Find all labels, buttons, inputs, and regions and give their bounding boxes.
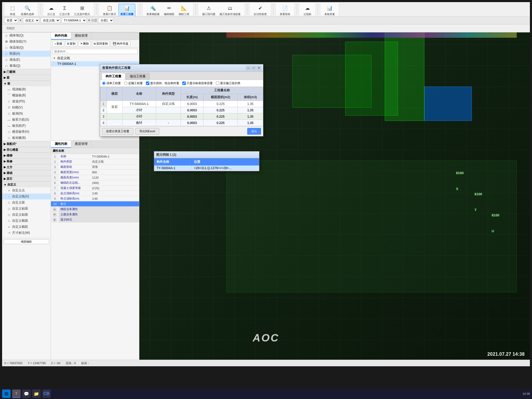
nav-section-finish[interactable]: ▶ 装修 bbox=[2, 158, 51, 164]
nav-item-col-cap[interactable]: ▽ 柱帽(V) bbox=[2, 104, 51, 111]
btn-cloud-index[interactable]: ☁ 云指标 bbox=[301, 4, 313, 17]
nav-item-custom-line[interactable]: / 自定义线(X) bbox=[2, 193, 51, 200]
prop-row-3-value[interactable]: 异形 bbox=[91, 164, 139, 170]
prop-group-civil[interactable]: ⊕ 土建业务属性 bbox=[51, 212, 139, 217]
prop-group-display[interactable]: ⊕ 显示样式 bbox=[51, 217, 139, 222]
tab-component-list[interactable]: 构件列表 bbox=[51, 32, 71, 40]
nav-item-masonry-rebar[interactable]: ⊞ 砌体加筋(Y) bbox=[2, 39, 51, 45]
btn-table-calc[interactable]: 📊 表格算量 bbox=[322, 4, 337, 17]
taskbar-app-gtj[interactable]: T bbox=[12, 390, 21, 398]
dialog-close-btn[interactable]: ✕ bbox=[257, 66, 261, 70]
checkbox-standard-layer[interactable]: 只显示标准层单层量 bbox=[182, 81, 213, 85]
checkbox-show-rooms[interactable]: 显示房间、组合构件量 bbox=[146, 81, 179, 85]
btn-floor-copy[interactable]: ⧉ 层间复制 bbox=[92, 41, 110, 46]
prop-row-2-value[interactable]: 自定义线 bbox=[91, 159, 139, 164]
taskbar-app-explorer[interactable]: 📁 bbox=[32, 390, 41, 398]
custom-dropdown[interactable]: 自定义 bbox=[23, 18, 40, 23]
rebar-group-expand[interactable]: ◎ bbox=[53, 208, 56, 211]
btn-view-formula[interactable]: 📋 查看计算式 bbox=[101, 4, 118, 17]
nav-item-wall-pier[interactable]: □ 墙垛(E) bbox=[2, 57, 51, 63]
nav-section-earthwork[interactable]: ▶ 土方 bbox=[2, 164, 51, 170]
checkbox-show-rooms-input[interactable] bbox=[146, 82, 149, 85]
nav-item-slab-neg-rebar[interactable]: — 板负筋(F) bbox=[2, 123, 51, 129]
radio-quota-qty-input[interactable] bbox=[124, 82, 127, 85]
btn-view-rebar[interactable]: 🔩 查看钢筋量 bbox=[145, 4, 162, 17]
nav-item-floor-strip[interactable]: □ 楼层板带(H) bbox=[2, 129, 51, 135]
btn-copy-component[interactable]: ⧉ 复制 bbox=[65, 41, 77, 46]
nav-section-beams[interactable]: ▶ 梁 bbox=[2, 75, 51, 80]
nav-item-hidden-beam[interactable]: □ 暗梁(A) bbox=[2, 51, 51, 57]
prop-row-8-value[interactable]: 3.85 bbox=[91, 191, 139, 196]
btn-confirm[interactable]: 适出 bbox=[247, 128, 261, 135]
nav-item-curtain-wall[interactable]: □ 幕墙(Q) bbox=[2, 63, 51, 69]
tab-layer-manage[interactable]: 图层管理 bbox=[71, 141, 92, 148]
display-group-expand[interactable]: ⊕ bbox=[53, 218, 56, 221]
btn-new-component[interactable]: + 新建 bbox=[53, 41, 64, 46]
btn-rebar-3d[interactable]: 📐 钢筋三维 bbox=[177, 4, 191, 17]
nav-section-prefab[interactable]: ▶ 装配式* bbox=[2, 141, 51, 147]
cross-section-edit-btn[interactable]: 截面编辑 bbox=[4, 239, 49, 244]
checkbox-segment-classify-input[interactable] bbox=[216, 82, 219, 85]
prop-row-6-value[interactable]: (400) bbox=[91, 180, 139, 186]
nav-item-slab-rebar-s[interactable]: — 板受力筋(S) bbox=[2, 117, 51, 123]
btn-set-category[interactable]: 设置分类及工程量 bbox=[102, 128, 133, 135]
tab-drawing-management[interactable]: 图纸管理 bbox=[71, 32, 92, 40]
nav-section-doors[interactable]: ▶ 门窗洞 bbox=[2, 69, 51, 75]
nav-item-custom-cross-section[interactable]: □ 自定义截面 bbox=[2, 218, 51, 224]
btn-segment-region[interactable]: 🗂 施工段多区域提量 bbox=[218, 4, 243, 17]
prop-group-rebar[interactable]: ◎ 钢筋业务属性 bbox=[51, 207, 139, 212]
btn-cloud-sum[interactable]: ☁ 云汇总 bbox=[45, 4, 57, 17]
btn-view-quantity[interactable]: 📊 查看工程量 bbox=[118, 4, 135, 17]
prop-row-10-value[interactable] bbox=[91, 201, 139, 207]
nav-item-masonry-wall[interactable]: □ 砌体墙(Q) bbox=[2, 32, 51, 39]
dialog-maximize-btn[interactable]: □ bbox=[251, 66, 256, 70]
nav-item-cast-slab[interactable]: — 现浇板(B) bbox=[2, 86, 51, 92]
nav-item-custom-point[interactable]: + 自定义点 bbox=[2, 187, 51, 193]
nav-item-dim-annotation[interactable]: ⊣ 尺寸标注(W) bbox=[2, 230, 51, 236]
custom-line-dropdown[interactable]: 自定义线 bbox=[41, 18, 60, 23]
checkbox-segment-classify[interactable]: 显示施工段归类 bbox=[216, 81, 240, 85]
btn-delete-component[interactable]: ✕ 删除 bbox=[78, 41, 91, 46]
prop-row-7-value[interactable]: (C25) bbox=[91, 186, 139, 191]
taskbar-app-notepad[interactable]: CB bbox=[42, 390, 51, 398]
tab-props-list[interactable]: 属性列表 bbox=[51, 141, 71, 148]
legend-row-1[interactable]: TY-S6004A-1 <28+311,Q-1379>×<28+... bbox=[154, 165, 259, 171]
btn-sum-selected[interactable]: ⊞ 汇总选中图元 bbox=[72, 4, 92, 17]
radio-quota-qty[interactable]: 定额工程量 bbox=[124, 81, 143, 85]
nav-item-spiral-slab[interactable]: ⌒ 螺旋板(B) bbox=[2, 92, 51, 98]
nav-section-hollow[interactable]: ▶ 空心楼盖 bbox=[2, 147, 51, 153]
nav-item-slab-haunch[interactable]: □ 板加腋(B) bbox=[2, 135, 51, 141]
layer-dropdown[interactable]: 分层1 bbox=[98, 18, 114, 23]
nav-section-foundation[interactable]: ▶ 基础 bbox=[2, 170, 51, 176]
nav-section-stairs[interactable]: ▶ 楼梯 bbox=[2, 153, 51, 158]
radio-bill-qty-input[interactable] bbox=[102, 82, 106, 85]
btn-export-excel[interactable]: 导出到Excel bbox=[135, 128, 159, 135]
btn-select-box[interactable]: ⬚ 框选 bbox=[7, 4, 18, 17]
btn-select-by-attr[interactable]: 🔍 按属性选择 bbox=[19, 4, 36, 17]
nav-section-other[interactable]: ▶ 其它 bbox=[2, 176, 51, 182]
dialog-minimize-btn[interactable]: — bbox=[246, 66, 250, 70]
nav-item-custom-cross-rebar[interactable]: + 自定义截筋 bbox=[2, 224, 51, 230]
tree-item-custom-line-group[interactable]: ▼ 自定义线 bbox=[51, 55, 139, 61]
component-search-input[interactable] bbox=[52, 49, 138, 54]
radio-bill-qty[interactable]: 清单工程量 bbox=[102, 81, 121, 85]
dialog-tab-method[interactable]: 做法工程量 bbox=[126, 73, 150, 80]
btn-edit-rebar[interactable]: ✏ 编辑钢筋 bbox=[162, 4, 176, 17]
nav-section-custom[interactable]: ▼ 自定义 bbox=[2, 182, 51, 187]
nav-section-slabs[interactable]: ▼ 板 bbox=[2, 80, 51, 86]
taskbar-start-btn[interactable]: ⊞ bbox=[2, 390, 11, 398]
prop-row-4-value[interactable]: 800 bbox=[91, 170, 139, 175]
nav-item-insulation-wall[interactable]: □ 保温墙(Q) bbox=[2, 45, 51, 51]
floor-dropdown[interactable]: 首层 bbox=[4, 18, 18, 23]
prop-row-1-value[interactable]: TY-S6004A-1 bbox=[91, 154, 139, 159]
btn-calc-sum[interactable]: Σ 汇总计算 bbox=[58, 4, 72, 17]
btn-view-report[interactable]: 📄 查看报表 bbox=[278, 4, 292, 17]
id-dropdown[interactable]: TY-S6004A-1 bbox=[61, 18, 87, 23]
dialog-tab-component[interactable]: 构件工程量 bbox=[102, 73, 125, 80]
nav-item-custom-section-drawing[interactable]: □ 自定义贴面 bbox=[2, 212, 51, 218]
taskbar-app-wechat[interactable]: 💬 bbox=[22, 390, 31, 398]
prop-row-9-value[interactable]: 3.85 bbox=[91, 196, 139, 201]
nav-item-custom-veneer[interactable]: □ 自定义贴面 bbox=[2, 206, 51, 212]
checkbox-standard-layer-input[interactable] bbox=[182, 82, 186, 85]
nav-item-ramp[interactable]: / 坡道(PD) bbox=[2, 98, 51, 104]
